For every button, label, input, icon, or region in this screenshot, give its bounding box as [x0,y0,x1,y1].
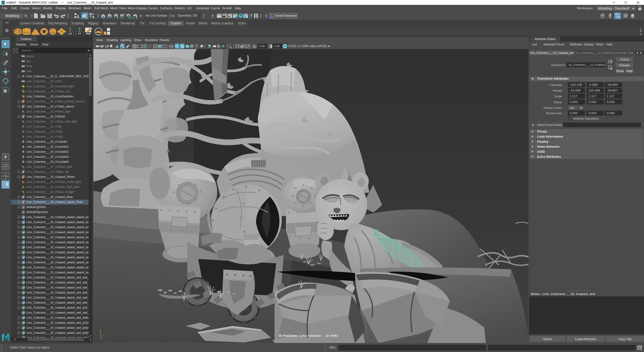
svg-text:2D Pan/Zoom : Linx_Cutscene___: 2D Pan/Zoom : Linx_Cutscene___10_4:NO [278,334,338,338]
svg-text:Hist: Hist [86,32,90,35]
svg-text:y: y [100,329,102,332]
svg-text:IPR: IPR [228,15,231,17]
svg-text:T: T [164,45,165,48]
svg-text:z: z [101,337,103,340]
svg-text:CP: CP [68,32,72,35]
svg-text:FT: FT [78,32,81,35]
svg-text:{;}: {;} [638,347,642,350]
svg-text:x: x [102,334,104,337]
